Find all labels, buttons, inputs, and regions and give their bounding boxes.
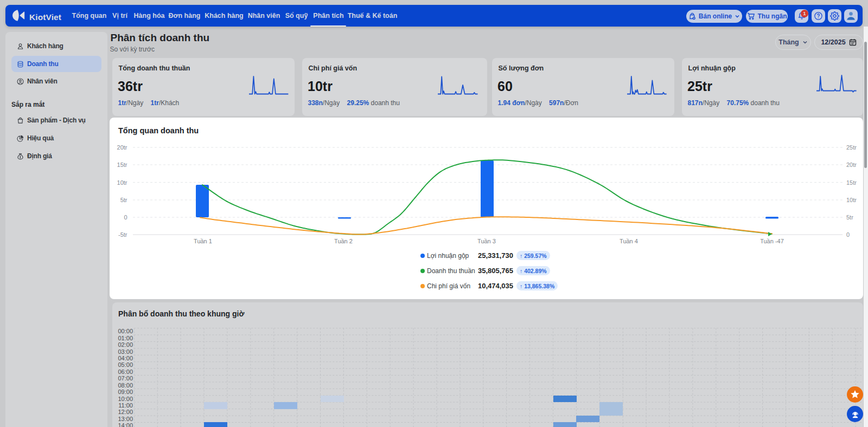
svg-text:-5tr: -5tr [118,231,127,238]
svg-text:15tr: 15tr [117,161,127,168]
svg-text:20tr: 20tr [117,144,127,151]
svg-text:15tr: 15tr [846,179,857,186]
svg-text:0: 0 [124,214,127,221]
svg-text:Tuần -47: Tuần -47 [760,238,784,244]
svg-text:10tr: 10tr [117,179,127,186]
svg-text:20tr: 20tr [846,161,857,168]
svg-text:5tr: 5tr [120,197,127,203]
svg-text:5tr: 5tr [846,214,853,221]
svg-text:Tuần 1: Tuần 1 [194,238,212,244]
svg-text:Tuần 4: Tuần 4 [620,238,638,244]
svg-text:Tuần 3: Tuần 3 [477,238,496,244]
svg-text:Tuần 2: Tuần 2 [334,238,353,244]
svg-text:10tr: 10tr [846,197,857,203]
svg-text:25tr: 25tr [846,144,857,151]
svg-text:0: 0 [846,231,850,238]
